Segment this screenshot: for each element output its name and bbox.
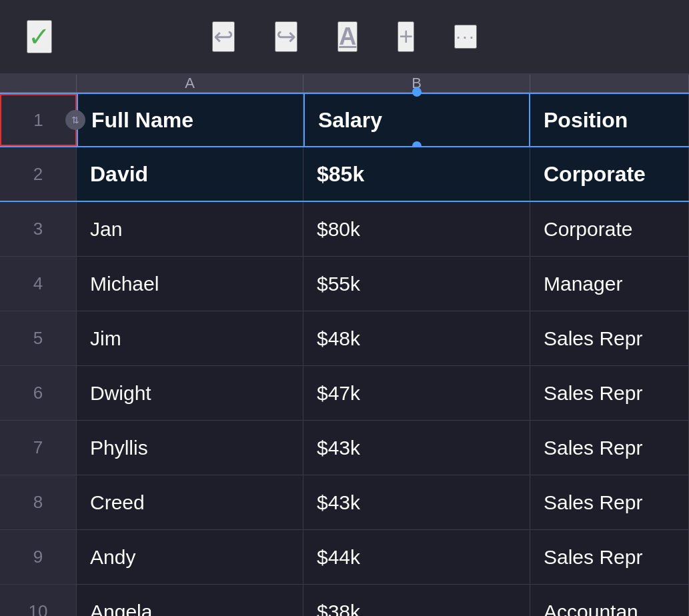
cell-name-3[interactable]: Jim [77, 311, 303, 365]
cell-name-7[interactable]: Andy [77, 530, 303, 584]
row-number-3[interactable]: 3 [0, 202, 77, 256]
add-button[interactable]: + [398, 21, 414, 52]
column-resize-handle-bottom[interactable] [412, 141, 422, 146]
table-row-header[interactable]: 1 Full Name Salary Position [0, 93, 689, 147]
header-cell-salary[interactable]: Salary [303, 94, 530, 146]
row-number-4[interactable]: 4 [0, 257, 77, 311]
table-row[interactable]: 7 Phyllis $43k Sales Repr [0, 421, 689, 475]
cell-name-8[interactable]: Angela [77, 585, 303, 616]
table-row[interactable]: 2 David $85k Corporate [0, 147, 689, 202]
table-row[interactable]: 8 Creed $43k Sales Repr [0, 475, 689, 530]
format-button[interactable]: A [337, 21, 358, 52]
cell-name-0[interactable]: David [77, 147, 303, 201]
cell-name-4[interactable]: Dwight [77, 366, 303, 420]
table-row[interactable]: 4 Michael $55k Manager [0, 257, 689, 311]
cell-name-1[interactable]: Jan [77, 202, 303, 256]
cell-position-2[interactable]: Manager [530, 257, 689, 311]
header-cell-name[interactable]: Full Name [77, 94, 303, 146]
cell-salary-2[interactable]: $55k [303, 257, 530, 311]
toolbar: ✓ ↩ ↪ A + ··· [0, 0, 689, 73]
cell-position-7[interactable]: Sales Repr [530, 530, 689, 584]
row-number-10[interactable]: 10 [0, 585, 77, 616]
row-number-6[interactable]: 6 [0, 366, 77, 420]
sort-icon[interactable] [65, 110, 85, 130]
row-number-5[interactable]: 5 [0, 311, 77, 365]
column-header-c[interactable] [530, 75, 689, 93]
cell-salary-8[interactable]: $38k [303, 585, 530, 616]
table-row[interactable]: 9 Andy $44k Sales Repr [0, 530, 689, 585]
table-row[interactable]: 3 Jan $80k Corporate [0, 202, 689, 257]
cell-name-6[interactable]: Creed [77, 475, 303, 529]
redo-button[interactable]: ↪ [275, 21, 297, 52]
cell-position-8[interactable]: Accountan [530, 585, 689, 616]
cell-position-6[interactable]: Sales Repr [530, 475, 689, 529]
header-cell-position[interactable]: Position [530, 94, 689, 146]
row-number-7[interactable]: 7 [0, 421, 77, 475]
cell-position-4[interactable]: Sales Repr [530, 366, 689, 420]
table-row[interactable]: 5 Jim $48k Sales Repr [0, 311, 689, 366]
undo-button[interactable]: ↩ [212, 21, 235, 52]
row-number-8[interactable]: 8 [0, 475, 77, 529]
cell-salary-5[interactable]: $43k [303, 421, 530, 475]
cell-position-5[interactable]: Sales Repr [530, 421, 689, 475]
row-number-1[interactable]: 1 [0, 94, 77, 146]
column-resize-handle-top[interactable] [412, 87, 422, 97]
more-button[interactable]: ··· [454, 25, 476, 49]
table-row[interactable]: 6 Dwight $47k Sales Repr [0, 366, 689, 421]
cell-salary-3[interactable]: $48k [303, 311, 530, 365]
column-header-b[interactable]: B [303, 75, 530, 93]
row-number-2[interactable]: 2 [0, 147, 77, 201]
cell-salary-7[interactable]: $44k [303, 530, 530, 584]
cell-position-3[interactable]: Sales Repr [530, 311, 689, 365]
cell-position-1[interactable]: Corporate [530, 202, 689, 256]
cell-name-2[interactable]: Michael [77, 257, 303, 311]
cell-salary-4[interactable]: $47k [303, 366, 530, 420]
cell-position-0[interactable]: Corporate [530, 147, 689, 201]
data-rows: 1 Full Name Salary Position 2 David [0, 93, 689, 616]
column-header-row: A B [0, 75, 689, 93]
spreadsheet: A B 1 Full Name Salary Position [0, 75, 689, 616]
confirm-button[interactable]: ✓ [27, 20, 52, 53]
corner-cell [0, 75, 77, 93]
row-number-9[interactable]: 9 [0, 530, 77, 584]
cell-salary-0[interactable]: $85k [303, 147, 530, 201]
cell-salary-1[interactable]: $80k [303, 202, 530, 256]
cell-salary-6[interactable]: $43k [303, 475, 530, 529]
cell-name-5[interactable]: Phyllis [77, 421, 303, 475]
table-row[interactable]: 10 Angela $38k Accountan [0, 585, 689, 616]
column-header-a[interactable]: A [77, 75, 303, 93]
